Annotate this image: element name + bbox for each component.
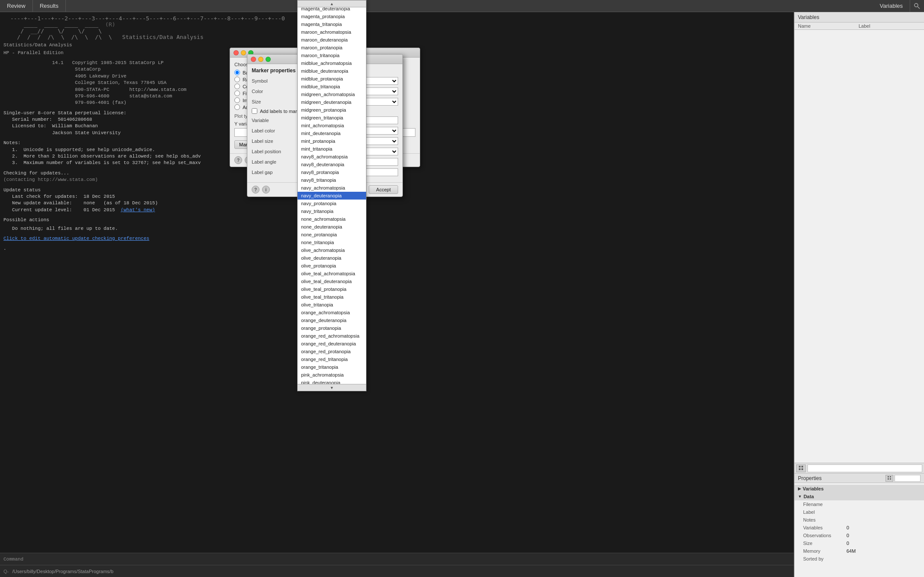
dropdown-item[interactable]: maroon_tritanopia bbox=[298, 52, 366, 59]
command-bar: Command bbox=[0, 553, 794, 565]
dropdown-item[interactable]: midblue_protanopia bbox=[298, 75, 366, 83]
dropdown-item[interactable]: maroon_achromatopsia bbox=[298, 28, 366, 36]
prop-row: Notes bbox=[794, 516, 924, 524]
radio-advanced[interactable] bbox=[234, 104, 240, 110]
marker-min-btn[interactable] bbox=[258, 57, 263, 62]
prop-row-value: 0 bbox=[846, 525, 921, 530]
dropdown-item[interactable]: orange_red_achromatopsia bbox=[298, 332, 366, 340]
svg-rect-5 bbox=[801, 468, 803, 470]
dropdown-item[interactable]: maroon_deuteranopia bbox=[298, 36, 366, 44]
marker-max-btn[interactable] bbox=[266, 57, 271, 62]
color-dropdown-list[interactable]: ▲ ltbluishgray8_protanopialtbluishgray8_… bbox=[297, 0, 366, 391]
prop-row-label: Notes bbox=[803, 517, 846, 522]
dropdown-item[interactable]: magenta_protanopia bbox=[298, 13, 366, 20]
dropdown-item[interactable]: olive_protanopia bbox=[298, 262, 366, 270]
close-button[interactable] bbox=[233, 50, 239, 55]
dropdown-item[interactable]: olive_teal_achromatopsia bbox=[298, 270, 366, 277]
variable-label: Variable bbox=[252, 118, 299, 123]
dropdown-item[interactable]: midgreen_deuteranopia bbox=[298, 98, 366, 106]
tab-review[interactable]: Review bbox=[0, 0, 33, 12]
svg-rect-7 bbox=[890, 476, 891, 477]
dropdown-item[interactable]: orange_tritanopia bbox=[298, 363, 366, 371]
dropdown-item[interactable]: navy8_deuteranopia bbox=[298, 161, 366, 168]
dropdown-item[interactable]: orange_protanopia bbox=[298, 324, 366, 332]
dropdown-item[interactable]: olive_teal_tritanopia bbox=[298, 293, 366, 301]
radio-fit[interactable] bbox=[234, 90, 240, 96]
dropdown-item[interactable]: none_protanopia bbox=[298, 231, 366, 239]
prop-data-header[interactable]: ▼ Data bbox=[794, 493, 924, 500]
accept-btn[interactable]: Accept bbox=[369, 185, 398, 194]
size-label: Size bbox=[252, 99, 299, 104]
dropdown-item[interactable]: navy8_tritanopia bbox=[298, 176, 366, 184]
dropdown-item[interactable]: midgreen_achromatopsia bbox=[298, 90, 366, 98]
dropdown-item[interactable]: midgreen_protanopia bbox=[298, 106, 366, 114]
dropdown-item[interactable]: magenta_tritanopia bbox=[298, 20, 366, 28]
dropdown-item[interactable]: none_tritanopia bbox=[298, 239, 366, 246]
prop-variables-header[interactable]: ▶ Variables bbox=[794, 485, 924, 493]
help-question[interactable]: ? bbox=[234, 156, 242, 164]
properties-header: Properties bbox=[794, 474, 924, 483]
minimize-button[interactable] bbox=[241, 50, 246, 55]
dropdown-item[interactable]: orange_red_deuteranopia bbox=[298, 340, 366, 348]
dropdown-item[interactable]: navy_tritanopia bbox=[298, 207, 366, 215]
dropdown-item[interactable]: navy8_protanopia bbox=[298, 168, 366, 176]
dropdown-item[interactable]: mint_deuteranopia bbox=[298, 129, 366, 137]
dropdown-item[interactable]: olive_achromatopsia bbox=[298, 246, 366, 254]
dropdown-item[interactable]: magenta_deuteranopia bbox=[298, 7, 366, 13]
prop-section-data: ▼ Data Filename Label Notes Variables 0 … bbox=[794, 493, 924, 563]
marker-help-icons: ? i bbox=[252, 186, 270, 193]
search-button[interactable] bbox=[910, 3, 924, 10]
dropdown-item[interactable]: navy8_achromatopsia bbox=[298, 153, 366, 161]
prop-row: Sorted by bbox=[794, 555, 924, 563]
dropdown-item[interactable]: pink_deuteranopia bbox=[298, 379, 366, 384]
scroll-down-btn[interactable]: ▼ bbox=[298, 384, 366, 391]
dropdown-item[interactable]: orange_red_protanopia bbox=[298, 348, 366, 355]
dropdown-item[interactable]: mint_tritanopia bbox=[298, 145, 366, 153]
dropdown-scroll-area[interactable]: ltbluishgray8_protanopialtbluishgray8_tr… bbox=[298, 7, 366, 384]
svg-rect-2 bbox=[799, 466, 801, 467]
dropdown-item[interactable]: midblue_deuteranopia bbox=[298, 67, 366, 75]
marker-close-btn[interactable] bbox=[251, 57, 256, 62]
tab-results[interactable]: Results bbox=[33, 0, 66, 12]
dropdown-item[interactable]: navy_protanopia bbox=[298, 200, 366, 207]
prop-btn1[interactable] bbox=[885, 475, 893, 482]
dropdown-item[interactable]: midgreen_tritanopia bbox=[298, 114, 366, 122]
dropdown-item[interactable]: maroon_protanopia bbox=[298, 44, 366, 52]
radio-range[interactable] bbox=[234, 77, 240, 82]
dropdown-item[interactable]: orange_deuteranopia bbox=[298, 316, 366, 324]
radio-basic[interactable] bbox=[234, 70, 240, 75]
prop-row: Size 0 bbox=[794, 539, 924, 547]
scroll-up-btn[interactable]: ▲ bbox=[298, 0, 366, 7]
radio-contour[interactable] bbox=[234, 84, 240, 89]
dropdown-item[interactable]: none_achromatopsia bbox=[298, 215, 366, 223]
dropdown-item[interactable]: mint_protanopia bbox=[298, 137, 366, 145]
dropdown-item[interactable]: orange_red_tritanopia bbox=[298, 355, 366, 363]
label-color-label: Label color bbox=[252, 128, 299, 133]
dropdown-item[interactable]: olive_teal_deuteranopia bbox=[298, 277, 366, 285]
prop-row-label: Filename bbox=[803, 502, 846, 507]
radio-immediate[interactable] bbox=[234, 97, 240, 103]
var-toolbar bbox=[794, 463, 924, 473]
dropdown-item[interactable]: olive_tritanopia bbox=[298, 301, 366, 309]
properties-toolbar bbox=[885, 475, 921, 482]
dropdown-item[interactable]: midblue_achromatopsia bbox=[298, 59, 366, 67]
dropdown-item[interactable]: midblue_tritanopia bbox=[298, 83, 366, 90]
dropdown-item[interactable]: navy_deuteranopia bbox=[298, 192, 366, 200]
search-icon bbox=[914, 3, 921, 10]
dropdown-item[interactable]: navy_achromatopsia bbox=[298, 184, 366, 192]
add-labels-checkbox[interactable] bbox=[252, 108, 257, 114]
tab-variables[interactable]: Variables bbox=[873, 0, 910, 12]
dropdown-item[interactable]: orange_achromatopsia bbox=[298, 309, 366, 316]
current-path: /Users/billy/Desktop/Programs/StataProgr… bbox=[12, 569, 113, 574]
dropdown-item[interactable]: mint_achromatopsia bbox=[298, 122, 366, 129]
prop-search[interactable] bbox=[895, 475, 921, 482]
marker-help-info[interactable]: i bbox=[262, 186, 270, 193]
dropdown-item[interactable]: pink_achromatopsia bbox=[298, 371, 366, 379]
marker-help-question[interactable]: ? bbox=[252, 186, 259, 193]
var-toolbar-btn1[interactable] bbox=[796, 464, 806, 472]
variables-list[interactable] bbox=[794, 30, 924, 463]
dropdown-item[interactable]: olive_teal_protanopia bbox=[298, 285, 366, 293]
dropdown-item[interactable]: none_deuteranopia bbox=[298, 223, 366, 231]
dropdown-item[interactable]: olive_deuteranopia bbox=[298, 254, 366, 262]
var-search-input[interactable] bbox=[807, 464, 922, 472]
